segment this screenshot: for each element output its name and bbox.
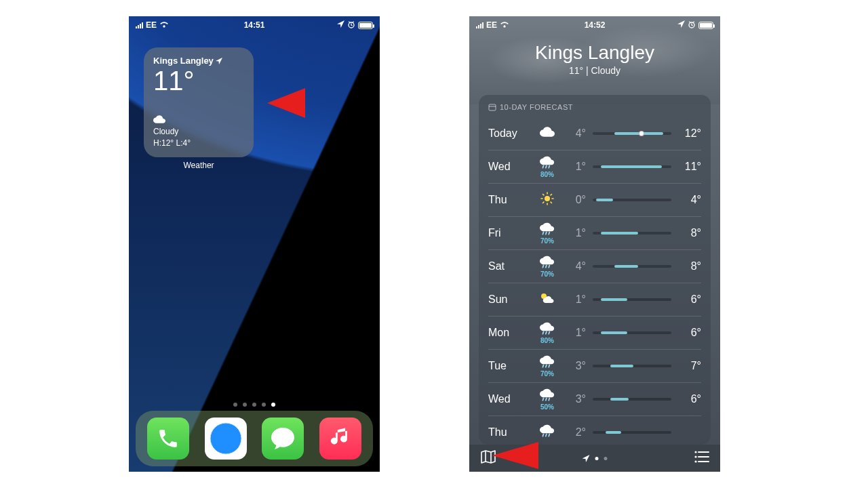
temp-range-bar bbox=[586, 165, 678, 168]
weather-widget[interactable]: Kings Langley 11° Cloudy H:12° L:4° bbox=[144, 47, 254, 157]
music-app[interactable] bbox=[319, 418, 361, 460]
condition-icon bbox=[528, 127, 567, 140]
forecast-high: 11° bbox=[678, 161, 701, 173]
list-icon bbox=[694, 451, 709, 463]
widget-condition: Cloudy bbox=[153, 126, 244, 138]
phone-icon bbox=[157, 427, 180, 450]
condition-icon bbox=[528, 192, 567, 208]
temp-range-bar bbox=[586, 398, 678, 401]
status-time: 14:52 bbox=[585, 20, 606, 30]
calendar-icon bbox=[488, 103, 496, 111]
forecast-day: Tue bbox=[488, 360, 528, 372]
forecast-day: Sun bbox=[488, 293, 528, 306]
city-name: Kings Langley bbox=[469, 42, 720, 64]
forecast-day: Wed bbox=[488, 393, 528, 405]
forecast-low: 1° bbox=[567, 327, 586, 339]
temp-range-bar bbox=[586, 331, 678, 334]
forecast-high: 7° bbox=[678, 360, 701, 372]
music-note-icon bbox=[329, 427, 352, 450]
forecast-high: 8° bbox=[678, 260, 701, 272]
forecast-row[interactable]: Thu0°4° bbox=[488, 183, 701, 216]
location-arrow-icon bbox=[677, 20, 685, 30]
precip-chance: 70% bbox=[528, 237, 567, 245]
precip-chance: 70% bbox=[528, 370, 567, 378]
carrier-label: EE bbox=[146, 20, 157, 30]
forecast-row[interactable]: Tue70%3°7° bbox=[488, 349, 701, 382]
weather-app: EE 14:52 Kings Langley 11° | Cloudy 10-D… bbox=[469, 16, 720, 472]
widget-hilo: H:12° L:4° bbox=[153, 138, 244, 149]
forecast-day: Today bbox=[488, 127, 528, 140]
forecast-row[interactable]: Sat70%4°8° bbox=[488, 249, 701, 283]
signal-icon bbox=[476, 22, 484, 28]
temp-range-bar bbox=[586, 199, 678, 201]
temp-range-bar bbox=[586, 265, 678, 268]
forecast-row[interactable]: Fri70%1°8° bbox=[488, 216, 701, 249]
location-arrow-icon bbox=[337, 20, 344, 30]
temp-range-bar bbox=[586, 132, 678, 135]
carrier-label: EE bbox=[486, 20, 497, 30]
forecast-day: Sat bbox=[488, 260, 528, 272]
forecast-low: 1° bbox=[567, 227, 586, 239]
safari-app[interactable] bbox=[205, 418, 247, 460]
cloud-icon bbox=[153, 115, 165, 123]
safari-icon bbox=[208, 421, 243, 456]
condition-icon: 50% bbox=[528, 388, 567, 411]
forecast-day: Wed bbox=[488, 161, 528, 173]
battery-icon bbox=[698, 22, 713, 29]
battery-icon bbox=[358, 22, 373, 29]
svg-point-5 bbox=[545, 196, 550, 201]
location-arrow-icon bbox=[216, 58, 222, 64]
list-button[interactable] bbox=[694, 451, 709, 466]
forecast-row[interactable]: Mon80%1°6° bbox=[488, 316, 701, 349]
forecast-high: 6° bbox=[678, 293, 701, 306]
forecast-row[interactable]: Thu2° bbox=[488, 415, 701, 445]
svg-rect-4 bbox=[489, 104, 496, 110]
location-pager[interactable] bbox=[583, 455, 608, 462]
status-bar: EE 14:52 bbox=[469, 16, 720, 34]
signal-icon bbox=[136, 22, 143, 28]
widget-location: Kings Langley bbox=[153, 56, 214, 66]
forecast-high: 6° bbox=[678, 327, 701, 339]
messages-app[interactable] bbox=[262, 418, 304, 460]
alarm-icon bbox=[688, 20, 696, 30]
forecast-low: 4° bbox=[567, 127, 586, 140]
svg-point-8 bbox=[694, 455, 696, 458]
forecast-low: 1° bbox=[567, 293, 586, 306]
precip-chance: 80% bbox=[528, 171, 567, 178]
city-summary: 11° | Cloudy bbox=[469, 65, 720, 76]
forecast-panel[interactable]: 10-DAY FORECAST Today4°12°Wed80%1°11°Thu… bbox=[479, 95, 711, 445]
temp-range-bar bbox=[586, 232, 678, 235]
condition-icon: 70% bbox=[528, 256, 567, 278]
temp-range-bar bbox=[586, 365, 678, 367]
forecast-low: 4° bbox=[567, 260, 586, 272]
condition-icon: 70% bbox=[528, 222, 567, 245]
message-icon bbox=[270, 426, 296, 451]
precip-chance: 50% bbox=[528, 403, 567, 411]
phone-app[interactable] bbox=[147, 418, 189, 460]
wifi-icon bbox=[500, 20, 509, 30]
forecast-day: Fri bbox=[488, 227, 528, 239]
forecast-low: 3° bbox=[567, 360, 586, 372]
alarm-icon bbox=[347, 20, 355, 30]
forecast-day: Thu bbox=[488, 426, 528, 439]
weather-header: Kings Langley 11° | Cloudy bbox=[469, 42, 720, 76]
temp-range-bar bbox=[586, 431, 678, 434]
home-screen: EE 14:51 Kings Langley 11° Cloudy bbox=[129, 16, 380, 472]
forecast-row[interactable]: Today4°12° bbox=[488, 117, 701, 150]
precip-chance: 80% bbox=[528, 337, 567, 344]
condition-icon: 80% bbox=[528, 156, 567, 178]
status-time: 14:51 bbox=[244, 20, 265, 30]
page-dots[interactable] bbox=[129, 403, 380, 407]
forecast-high: 8° bbox=[678, 227, 701, 239]
condition-icon: 80% bbox=[528, 322, 567, 344]
annotation-arrow-icon bbox=[267, 88, 305, 118]
condition-icon bbox=[528, 424, 567, 441]
forecast-low: 0° bbox=[567, 194, 586, 206]
widget-app-label: Weather bbox=[144, 161, 254, 170]
status-bar: EE 14:51 bbox=[129, 16, 380, 34]
annotation-arrow-icon bbox=[492, 442, 538, 469]
forecast-row[interactable]: Sun1°6° bbox=[488, 283, 701, 316]
forecast-high: 4° bbox=[678, 194, 701, 206]
forecast-row[interactable]: Wed50%3°6° bbox=[488, 382, 701, 415]
forecast-row[interactable]: Wed80%1°11° bbox=[488, 150, 701, 183]
